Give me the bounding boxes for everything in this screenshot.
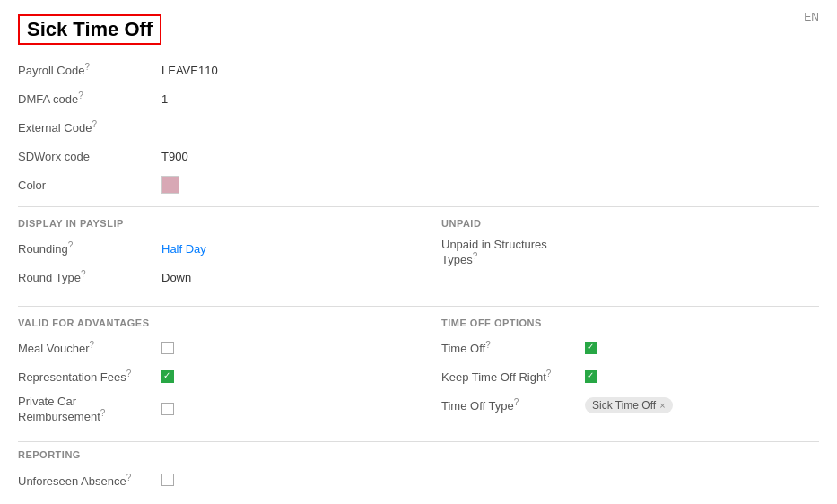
payroll-code-value: LEAVE110 (161, 64, 218, 77)
round-type-row: Round Type? Down (18, 266, 396, 288)
private-car-checkbox[interactable] (161, 403, 174, 415)
time-off-label: Time Off? (441, 340, 585, 355)
page-title: Sick Time Off (18, 14, 161, 45)
time-off-type-row: Time Off Type? Sick Time Off × (441, 395, 819, 416)
unforeseen-absence-row: Unforeseen Absence? (18, 469, 819, 491)
time-off-type-tag[interactable]: Sick Time Off × (585, 397, 673, 413)
reporting-section-header: REPORTING (18, 449, 819, 460)
meal-voucher-checkbox[interactable] (161, 342, 174, 354)
unpaid-section-header: UNPAID (441, 218, 819, 229)
unpaid-structures-row: Unpaid in Structures Types? (441, 238, 819, 266)
time-off-options-section: TIME OFF OPTIONS Time Off? Keep Time Off… (414, 314, 819, 430)
representation-fees-row: Representation Fees? (18, 366, 396, 387)
time-off-options-header: TIME OFF OPTIONS (441, 317, 819, 328)
advantages-timoff-sections: VALID FOR ADVANTAGES Meal Voucher? Repre… (18, 314, 819, 430)
rounding-label: Rounding? (18, 240, 161, 256)
keep-time-off-row: Keep Time Off Right? (441, 366, 819, 387)
rounding-row: Rounding? Half Day (18, 238, 396, 259)
keep-time-off-label: Keep Time Off Right? (441, 369, 585, 384)
payslip-section: DISPLAY IN PAYSLIP Rounding? Half Day Ro… (18, 214, 414, 295)
color-label: Color (18, 178, 161, 192)
round-type-value: Down (161, 271, 191, 284)
time-off-type-label: Time Off Type? (441, 397, 585, 413)
time-off-row: Time Off? (441, 337, 819, 359)
unpaid-section: UNPAID Unpaid in Structures Types? (414, 214, 819, 295)
unpaid-structures-label: Unpaid in Structures Types? (441, 238, 585, 266)
color-swatch[interactable] (161, 176, 179, 194)
advantages-section-header: VALID FOR ADVANTAGES (18, 317, 396, 328)
meal-voucher-label: Meal Voucher? (18, 340, 161, 355)
sdworx-code-row: SDWorx code T900 (18, 145, 819, 167)
divider-2 (18, 306, 819, 307)
external-code-row: External Code? (18, 117, 819, 138)
payslip-section-header: DISPLAY IN PAYSLIP (18, 218, 396, 229)
sdworx-code-value: T900 (161, 150, 188, 163)
representation-fees-label: Representation Fees? (18, 369, 161, 384)
language-selector[interactable]: EN (804, 11, 819, 23)
time-off-checkbox[interactable] (585, 342, 597, 354)
unforeseen-absence-checkbox[interactable] (161, 474, 174, 486)
payroll-code-label: Payroll Code? (18, 62, 161, 77)
reporting-section: REPORTING Unforeseen Absence? (18, 449, 819, 491)
dmfa-code-row: DMFA code? 1 (18, 88, 819, 109)
dmfa-code-label: DMFA code? (18, 91, 161, 106)
meal-voucher-row: Meal Voucher? (18, 337, 396, 359)
page-content: EN Sick Time Off Payroll Code? LEAVE110 … (0, 0, 837, 504)
time-off-type-tag-label: Sick Time Off (592, 399, 656, 412)
advantages-section: VALID FOR ADVANTAGES Meal Voucher? Repre… (18, 314, 414, 430)
private-car-label: Private Car Reimbursement? (18, 395, 161, 423)
color-row: Color (18, 174, 819, 196)
keep-time-off-checkbox[interactable] (585, 370, 597, 383)
sdworx-code-label: SDWorx code (18, 150, 161, 163)
time-off-type-tag-close[interactable]: × (659, 400, 665, 411)
round-type-label: Round Type? (18, 269, 161, 284)
payroll-code-row: Payroll Code? LEAVE110 (18, 59, 819, 81)
representation-fees-checkbox[interactable] (161, 370, 174, 383)
divider-1 (18, 206, 819, 207)
payslip-unpaid-sections: DISPLAY IN PAYSLIP Rounding? Half Day Ro… (18, 214, 819, 295)
external-code-label: External Code? (18, 119, 161, 135)
private-car-row: Private Car Reimbursement? (18, 395, 396, 423)
rounding-value[interactable]: Half Day (161, 242, 206, 256)
unforeseen-absence-label: Unforeseen Absence? (18, 473, 161, 488)
top-fields: Payroll Code? LEAVE110 DMFA code? 1 Exte… (18, 59, 819, 196)
divider-3 (18, 441, 819, 442)
dmfa-code-value: 1 (161, 92, 168, 106)
